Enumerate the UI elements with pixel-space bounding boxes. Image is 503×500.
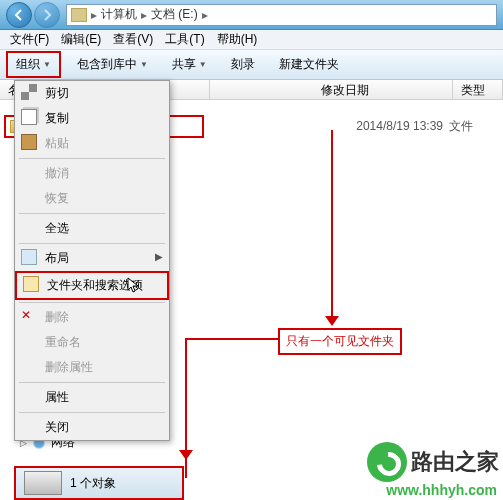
column-type[interactable]: 类型 <box>453 80 503 99</box>
logo-text: 路由之家 <box>411 447 499 477</box>
organize-menu: 剪切 复制 粘贴 撤消 恢复 全选 布局▶ 文件夹和搜索选项 ✕删除 重命名 删… <box>14 80 170 441</box>
menu-close[interactable]: 关闭 <box>15 415 169 440</box>
organize-button[interactable]: 组织▼ <box>6 51 61 78</box>
newfolder-button[interactable]: 新建文件夹 <box>271 53 347 76</box>
arrow-down-icon <box>179 450 193 460</box>
status-text: 1 个对象 <box>70 475 116 492</box>
annotation-line <box>185 338 279 340</box>
annotation-line <box>331 130 333 318</box>
menu-rename[interactable]: 重命名 <box>15 330 169 355</box>
column-date[interactable]: 修改日期 <box>313 80 453 99</box>
layout-icon <box>21 249 37 265</box>
copy-icon <box>21 109 37 125</box>
drive-icon <box>71 8 87 22</box>
menu-separator <box>19 158 165 159</box>
dropdown-icon: ▼ <box>43 60 51 69</box>
share-label: 共享 <box>172 56 196 73</box>
burn-button[interactable]: 刻录 <box>223 53 263 76</box>
dropdown-icon: ▼ <box>140 60 148 69</box>
menu-file[interactable]: 文件(F) <box>4 31 55 48</box>
menu-help[interactable]: 帮助(H) <box>211 31 264 48</box>
menu-edit[interactable]: 编辑(E) <box>55 31 107 48</box>
content-area: 名称 修改日期 类型 QQ个人文件夹 2014/8/19 13:39 文件 剪切… <box>0 80 503 500</box>
callout-text: 只有一个可见文件夹 <box>286 334 394 348</box>
menu-cut[interactable]: 剪切 <box>15 81 169 106</box>
drive-large-icon <box>24 471 62 495</box>
address-bar[interactable]: ▸ 计算机 ▸ 文档 (E:) ▸ <box>66 4 497 26</box>
menu-separator <box>19 302 165 303</box>
menu-paste[interactable]: 粘贴 <box>15 131 169 156</box>
paste-icon <box>21 134 37 150</box>
chevron-icon: ▸ <box>91 8 97 22</box>
file-date: 2014/8/19 13:39 <box>309 119 449 133</box>
submenu-arrow-icon: ▶ <box>155 251 163 262</box>
chevron-icon: ▸ <box>141 8 147 22</box>
menu-properties[interactable]: 属性 <box>15 385 169 410</box>
forward-button[interactable] <box>34 2 60 28</box>
menu-separator <box>19 412 165 413</box>
arrow-down-icon <box>325 316 339 326</box>
menu-copy[interactable]: 复制 <box>15 106 169 131</box>
file-type: 文件 <box>449 118 499 135</box>
menu-layout[interactable]: 布局▶ <box>15 246 169 271</box>
status-bar: 1 个对象 <box>14 466 184 500</box>
menu-view[interactable]: 查看(V) <box>107 31 159 48</box>
chevron-icon: ▸ <box>202 8 208 22</box>
newfolder-label: 新建文件夹 <box>279 56 339 73</box>
menu-folder-options[interactable]: 文件夹和搜索选项 <box>15 271 169 300</box>
menu-separator <box>19 382 165 383</box>
share-button[interactable]: 共享▼ <box>164 53 215 76</box>
cursor-icon <box>127 277 139 293</box>
menu-undo[interactable]: 撤消 <box>15 161 169 186</box>
nav-buttons <box>6 2 60 28</box>
menu-separator <box>19 213 165 214</box>
menu-selectall[interactable]: 全选 <box>15 216 169 241</box>
include-button[interactable]: 包含到库中▼ <box>69 53 156 76</box>
back-button[interactable] <box>6 2 32 28</box>
toolbar: 组织▼ 包含到库中▼ 共享▼ 刻录 新建文件夹 <box>0 50 503 80</box>
menubar: 文件(F) 编辑(E) 查看(V) 工具(T) 帮助(H) <box>0 30 503 50</box>
cut-icon <box>21 84 37 100</box>
burn-label: 刻录 <box>231 56 255 73</box>
site-url: www.hhhyh.com <box>386 482 497 498</box>
delete-icon: ✕ <box>21 308 37 324</box>
include-label: 包含到库中 <box>77 56 137 73</box>
menu-separator <box>19 243 165 244</box>
dropdown-icon: ▼ <box>199 60 207 69</box>
titlebar: ▸ 计算机 ▸ 文档 (E:) ▸ <box>0 0 503 30</box>
menu-tools[interactable]: 工具(T) <box>159 31 210 48</box>
organize-label: 组织 <box>16 56 40 73</box>
annotation-callout: 只有一个可见文件夹 <box>278 328 402 355</box>
site-logo: 路由之家 <box>367 442 499 482</box>
menu-remove-props[interactable]: 删除属性 <box>15 355 169 380</box>
logo-icon <box>367 442 407 482</box>
menu-redo[interactable]: 恢复 <box>15 186 169 211</box>
menu-delete[interactable]: ✕删除 <box>15 305 169 330</box>
breadcrumb-computer[interactable]: 计算机 <box>101 6 137 23</box>
breadcrumb-location[interactable]: 文档 (E:) <box>151 6 198 23</box>
folder-options-icon <box>23 276 39 292</box>
